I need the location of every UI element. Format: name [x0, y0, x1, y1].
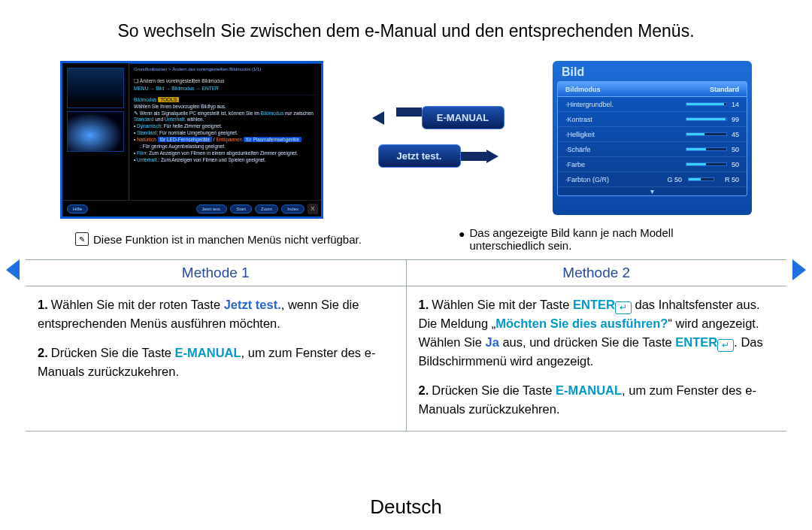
- bild-row-schaerfe: ·Schärfe 50: [558, 142, 747, 157]
- emanual-menu-path: MENU → Bild → Bildmodus → ENTER: [134, 86, 219, 91]
- emanual-screenshot: Grundfunktionen > Ändern des voreingeste…: [60, 61, 323, 219]
- emanual-heading: Ändern des voreingestellten Bildmodus: [140, 78, 225, 83]
- tools-tag: TOOLS: [158, 97, 179, 102]
- m1-step-1: 1.Wählen Sie mit der roten Taste Jetzt t…: [38, 295, 394, 333]
- bild-row-farbe: ·Farbe 50: [558, 157, 747, 172]
- methods-table: Methode 1 1.Wählen Sie mit der roten Tas…: [26, 259, 786, 432]
- footer-close: X: [308, 204, 318, 214]
- page-next-arrow[interactable]: [792, 259, 806, 280]
- bild-panel: Bild Bildmodus Standard ·Hintergrundbel.…: [553, 61, 752, 215]
- bild-inner: Bildmodus Standard ·Hintergrundbel. 14 ·…: [557, 81, 747, 196]
- footer-help: Hilfe: [67, 204, 88, 214]
- thumb-1: [67, 68, 124, 108]
- language-label: Deutsch: [0, 495, 812, 519]
- bild-row-hintergrund: ·Hintergrundbel. 14: [558, 97, 747, 112]
- emanual-subhead: Bildmodus: [134, 97, 156, 102]
- note-left: ✎ Diese Funktion ist in manchen Menüs ni…: [75, 226, 362, 252]
- emanual-breadcrumb: Grundfunktionen > Ändern des voreingeste…: [134, 67, 317, 71]
- footer-index: Index: [281, 204, 304, 214]
- nav-emanual-row: E-MANUAL: [372, 106, 504, 129]
- arrow-right-icon: [461, 150, 498, 163]
- emanual-thumbnails: [62, 63, 129, 200]
- m1-step-2: 2.Drücken Sie die Taste E-MANUAL, um zum…: [38, 344, 394, 381]
- method-2-col: Methode 2 1.Wählen Sie mit der Taste ENT…: [407, 260, 787, 431]
- bild-row-kontrast: ·Kontrast 99: [558, 112, 747, 127]
- page-title: So wechseln Sie zwischen dem e-Manual un…: [0, 0, 812, 50]
- enter-icon: ↵: [615, 301, 632, 314]
- emanual-desc1: Wählen Sie Ihren bevorzugten Bildtyp aus…: [134, 104, 317, 109]
- method-1-head: Methode 1: [26, 260, 406, 286]
- note-icon: ✎: [75, 232, 89, 246]
- method-2-head: Methode 2: [407, 260, 787, 286]
- footer-jetzt: Jetzt test.: [196, 204, 228, 214]
- note-right: ● Das angezeigte Bild kann je nach Model…: [459, 226, 737, 252]
- enter-icon-2: ↵: [717, 339, 734, 352]
- bild-row-farbton: ·Farbton (G/R) G 50 R 50: [558, 172, 747, 187]
- arrow-left-icon: [372, 111, 422, 125]
- bild-more-icon: ▾: [558, 187, 747, 195]
- bild-row-bildmodus: Bildmodus Standard: [558, 82, 747, 97]
- emanual-content: Grundfunktionen > Ändern des voreingeste…: [129, 63, 321, 200]
- m2-step-1: 1.Wählen Sie mit der Taste ENTER↵ das In…: [419, 295, 775, 371]
- illustration-row: Grundfunktionen > Ändern des voreingeste…: [0, 50, 812, 222]
- bild-title: Bild: [553, 61, 752, 81]
- note-right-text: Das angezeigte Bild kann je nach Modell …: [469, 226, 737, 252]
- page-prev-arrow[interactable]: [6, 259, 20, 280]
- bullet-icon: ●: [459, 226, 465, 252]
- method-1-col: Methode 1 1.Wählen Sie mit der roten Tas…: [26, 260, 407, 431]
- footer-zoom: Zoom: [255, 204, 278, 214]
- footer-start: Start: [230, 204, 252, 214]
- thumb-2: [67, 111, 124, 152]
- notes-row: ✎ Diese Funktion ist in manchen Menüs ni…: [0, 222, 812, 252]
- m2-step-2: 2.Drücken Sie die Taste E-MANUAL, um zum…: [419, 381, 775, 419]
- note-left-text: Diese Funktion ist in manchen Menüs nich…: [93, 233, 362, 246]
- jetzt-test-button[interactable]: Jetzt test.: [378, 144, 461, 168]
- emanual-footer: Hilfe Jetzt test. Start Zoom Index X: [62, 200, 321, 217]
- nav-jetzt-row: Jetzt test.: [378, 144, 498, 168]
- bild-row-helligkeit: ·Helligkeit 45: [558, 127, 747, 142]
- center-nav: E-MANUAL Jetzt test.: [363, 106, 514, 168]
- emanual-button[interactable]: E-MANUAL: [422, 106, 504, 129]
